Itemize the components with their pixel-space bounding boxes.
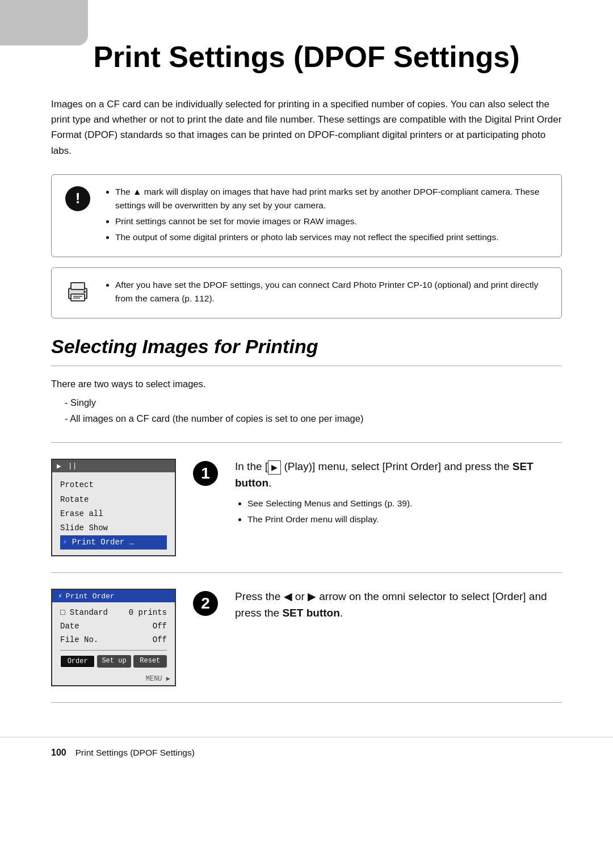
info-notice-box: After you have set the DPOF settings, yo…	[51, 267, 562, 318]
footer-page-number: 100	[51, 748, 66, 758]
steps-area: ▶ || Protect Rotate Erase all Slide Show…	[51, 442, 562, 703]
section-intro: There are two ways to select images.	[51, 376, 562, 391]
step-1-bullet-1: See Selecting Menus and Settings (p. 39)…	[247, 497, 562, 511]
standard-label: □ Standard	[60, 608, 108, 617]
menu-item-print-order: ⚡ Print Order …	[60, 535, 167, 550]
order-row-standard: □ Standard 0 prints	[60, 608, 167, 617]
way-1: - Singly	[51, 395, 562, 410]
step-1-screen: ▶ || Protect Rotate Erase all Slide Show…	[51, 459, 176, 556]
step-2-instruction: Press the ◀ or ▶ arrow on the omni selec…	[235, 589, 562, 621]
warning-bullet-3: The output of some digital printers or p…	[115, 230, 550, 244]
warning-bullet-2: Print settings cannot be set for movie i…	[115, 215, 550, 228]
page-footer: 100 Print Settings (DPOF Settings)	[0, 737, 613, 768]
step-2-row: ⚡ Print Order □ Standard 0 prints Date	[51, 573, 562, 703]
step-1-left: ▶ || Protect Rotate Erase all Slide Show…	[51, 459, 176, 556]
warning-notice-content: The ▲ mark will display on images that h…	[104, 185, 550, 246]
screen-topbar: ▶ ||	[52, 460, 175, 472]
play-icon: ▶	[57, 462, 61, 471]
printer-icon	[63, 278, 93, 304]
menu-item-slide-show: Slide Show	[60, 521, 167, 535]
intro-paragraph: Images on a CF card can be individually …	[51, 97, 562, 158]
warning-bullet-1: The ▲ mark will display on images that h…	[115, 185, 550, 212]
svg-rect-2	[71, 294, 85, 301]
info-bullet-1: After you have set the DPOF settings, yo…	[115, 278, 550, 305]
content-area: Print Settings (DPOF Settings) Images on…	[0, 0, 613, 737]
page: Print Settings (DPOF Settings) Images on…	[0, 0, 613, 868]
svg-rect-1	[71, 283, 85, 290]
info-notice-content: After you have set the DPOF settings, yo…	[104, 278, 550, 308]
date-label: Date	[60, 622, 79, 631]
mode-icon: ||	[68, 462, 77, 471]
page-title: Print Settings (DPOF Settings)	[51, 40, 562, 74]
step-2-content: Press the ◀ or ▶ arrow on the omni selec…	[235, 589, 562, 627]
footer-text: Print Settings (DPOF Settings)	[75, 748, 195, 758]
standard-value: 0 prints	[129, 608, 167, 617]
order-btn-order[interactable]: Order	[60, 655, 95, 668]
order-btn-setup[interactable]: Set up	[97, 655, 131, 668]
warning-circle: !	[65, 186, 90, 211]
step-1-instruction: In the [▶ (Play)] menu, select [Print Or…	[235, 459, 562, 491]
fileno-label: File No.	[60, 635, 98, 644]
screen-order-title: ⚡ Print Order	[52, 590, 175, 602]
section-heading: Selecting Images for Printing	[51, 336, 562, 358]
menu-item-protect: Protect	[60, 478, 167, 492]
warning-bullet-list: The ▲ mark will display on images that h…	[104, 185, 550, 244]
step-1-number: 1	[193, 461, 218, 486]
step-1-bullet-2: The Print Order menu will display.	[247, 513, 562, 527]
order-buttons: Order Set up Reset	[60, 650, 167, 668]
screen-order-body: □ Standard 0 prints Date Off File No. Of…	[52, 602, 175, 673]
step-2-screen: ⚡ Print Order □ Standard 0 prints Date	[51, 589, 176, 686]
warning-notice-box: ! The ▲ mark will display on images that…	[51, 174, 562, 257]
step-2-left: ⚡ Print Order □ Standard 0 prints Date	[51, 589, 176, 686]
screen-menu-footer: MENU ▶	[52, 673, 175, 685]
info-bullet-list: After you have set the DPOF settings, yo…	[104, 278, 550, 305]
play-bracket-icon: ▶	[268, 460, 281, 475]
section-divider	[51, 366, 562, 366]
step-2-number: 2	[193, 591, 218, 616]
date-value: Off	[153, 622, 167, 631]
order-row-fileno: File No. Off	[60, 635, 167, 644]
step-1-content: In the [▶ (Play)] menu, select [Print Or…	[235, 459, 562, 529]
svg-point-3	[83, 291, 86, 293]
fileno-value: Off	[153, 635, 167, 644]
screen-menu-list: Protect Rotate Erase all Slide Show ⚡ Pr…	[52, 472, 175, 555]
menu-item-rotate: Rotate	[60, 493, 167, 507]
order-row-date: Date Off	[60, 622, 167, 631]
step-1-bullets: See Selecting Menus and Settings (p. 39)…	[235, 497, 562, 527]
step-1-row: ▶ || Protect Rotate Erase all Slide Show…	[51, 443, 562, 573]
order-btn-reset[interactable]: Reset	[133, 655, 167, 668]
menu-item-erase-all: Erase all	[60, 507, 167, 521]
warning-icon: !	[63, 185, 93, 211]
way-2: - All images on a CF card (the number of…	[51, 410, 562, 426]
page-tab	[0, 0, 88, 45]
order-title-icon: ⚡	[58, 592, 62, 601]
order-title-text: Print Order	[66, 592, 115, 601]
